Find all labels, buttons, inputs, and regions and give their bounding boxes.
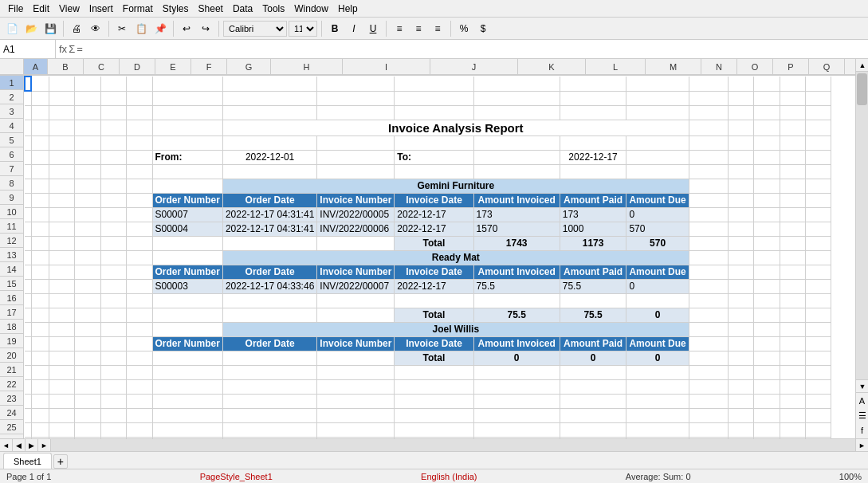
cell-Q22[interactable] — [780, 379, 805, 394]
cell-N24[interactable] — [689, 408, 728, 422]
cell-E18[interactable] — [100, 322, 126, 336]
cell-Q7[interactable] — [780, 164, 805, 179]
cell-M14[interactable]: Amount Due — [626, 265, 689, 279]
cell-L10[interactable]: 173 — [560, 207, 626, 222]
cell-L2[interactable] — [560, 91, 626, 105]
cell-B14[interactable] — [31, 265, 49, 279]
cell-B21[interactable] — [31, 365, 49, 379]
cell-D25[interactable] — [75, 422, 100, 437]
menu-file[interactable]: File — [3, 2, 28, 16]
cell-D23[interactable] — [75, 394, 100, 408]
cell-C3[interactable] — [49, 105, 75, 120]
cell-K25[interactable] — [473, 422, 560, 437]
percent-btn[interactable]: % — [455, 20, 473, 37]
cell-N3[interactable] — [689, 105, 728, 120]
cell-G1[interactable] — [152, 77, 222, 91]
cell-K12[interactable]: 1743 — [473, 236, 560, 250]
cell-D17[interactable] — [75, 308, 100, 322]
cell-O13[interactable] — [728, 250, 753, 265]
cell-A12[interactable] — [25, 236, 31, 250]
cell-P23[interactable] — [754, 394, 780, 408]
col-header-A[interactable]: A — [24, 59, 48, 75]
cell-R24[interactable] — [805, 408, 831, 422]
cell-Q24[interactable] — [780, 408, 805, 422]
cell-D9[interactable] — [75, 193, 100, 207]
redo-btn[interactable]: ↪ — [197, 20, 214, 37]
cell-P14[interactable] — [754, 265, 780, 279]
cell-K23[interactable] — [473, 394, 560, 408]
cell-H21[interactable] — [222, 365, 316, 379]
cell-M5[interactable] — [626, 135, 689, 150]
cell-H15[interactable]: 2022-12-17 04:33:46 — [222, 279, 316, 293]
cell-J7[interactable] — [395, 164, 473, 179]
cell-C12[interactable] — [49, 236, 75, 250]
col-header-H[interactable]: H — [271, 59, 343, 75]
cell-O7[interactable] — [728, 164, 753, 179]
cell-L19[interactable]: Amount Paid — [560, 336, 626, 351]
cell-F9[interactable] — [127, 193, 152, 207]
cell-I9[interactable]: Invoice Number — [317, 193, 395, 207]
cell-J17[interactable]: Total — [395, 308, 473, 322]
cut-btn[interactable]: ✂ — [113, 20, 131, 37]
bold-btn[interactable]: B — [326, 20, 344, 37]
cell-B7[interactable] — [31, 164, 49, 179]
cell-A22[interactable] — [25, 379, 31, 394]
menu-edit[interactable]: Edit — [28, 2, 54, 16]
cell-P6[interactable] — [754, 150, 780, 164]
cell-N19[interactable] — [689, 336, 728, 351]
cell-O11[interactable] — [728, 222, 753, 236]
cell-H4[interactable]: Invoice Analysis Report — [222, 120, 689, 135]
cell-M23[interactable] — [626, 394, 689, 408]
cell-A24[interactable] — [25, 408, 31, 422]
cell-N23[interactable] — [689, 394, 728, 408]
cell-H25[interactable] — [222, 422, 316, 437]
cell-D4[interactable] — [75, 120, 100, 135]
cell-N5[interactable] — [689, 135, 728, 150]
cell-N11[interactable] — [689, 222, 728, 236]
cell-I3[interactable] — [317, 105, 395, 120]
cell-B6[interactable] — [31, 150, 49, 164]
cell-F24[interactable] — [127, 408, 152, 422]
cell-L17[interactable]: 75.5 — [560, 308, 626, 322]
cell-F22[interactable] — [127, 379, 152, 394]
row-header-9[interactable]: 9 — [0, 190, 23, 205]
cell-D8[interactable] — [75, 179, 100, 193]
cell-E23[interactable] — [100, 394, 126, 408]
cell-G18[interactable] — [152, 322, 222, 336]
cell-A8[interactable] — [25, 179, 31, 193]
cell-I5[interactable] — [317, 135, 395, 150]
row-header-2[interactable]: 2 — [0, 90, 23, 104]
cell-M16[interactable] — [626, 293, 689, 308]
cell-R15[interactable] — [805, 279, 831, 293]
cell-C9[interactable] — [49, 193, 75, 207]
cell-K11[interactable]: 1570 — [473, 222, 560, 236]
cell-Q9[interactable] — [780, 193, 805, 207]
cell-I20[interactable] — [317, 351, 395, 365]
col-header-F[interactable]: F — [191, 59, 227, 75]
cell-P13[interactable] — [754, 250, 780, 265]
cell-H17[interactable] — [222, 308, 316, 322]
cell-R21[interactable] — [805, 365, 831, 379]
cell-H2[interactable] — [222, 91, 316, 105]
cell-E24[interactable] — [100, 408, 126, 422]
cell-M22[interactable] — [626, 379, 689, 394]
cell-A4[interactable] — [25, 120, 31, 135]
row-header-3[interactable]: 3 — [0, 104, 23, 119]
cell-B11[interactable] — [31, 222, 49, 236]
cell-L7[interactable] — [560, 164, 626, 179]
cell-P4[interactable] — [754, 120, 780, 135]
cell-B1[interactable] — [31, 77, 49, 91]
navigator-icon[interactable]: ☰ — [858, 410, 866, 421]
cell-B23[interactable] — [31, 394, 49, 408]
cell-F2[interactable] — [127, 91, 152, 105]
cell-N16[interactable] — [689, 293, 728, 308]
cell-N1[interactable] — [689, 77, 728, 91]
cell-L21[interactable] — [560, 365, 626, 379]
cell-Q12[interactable] — [780, 236, 805, 250]
cell-K2[interactable] — [473, 91, 560, 105]
cell-H24[interactable] — [222, 408, 316, 422]
cell-M15[interactable]: 0 — [626, 279, 689, 293]
row-header-1[interactable]: 1 — [0, 76, 23, 90]
cell-D11[interactable] — [75, 222, 100, 236]
cell-F17[interactable] — [127, 308, 152, 322]
